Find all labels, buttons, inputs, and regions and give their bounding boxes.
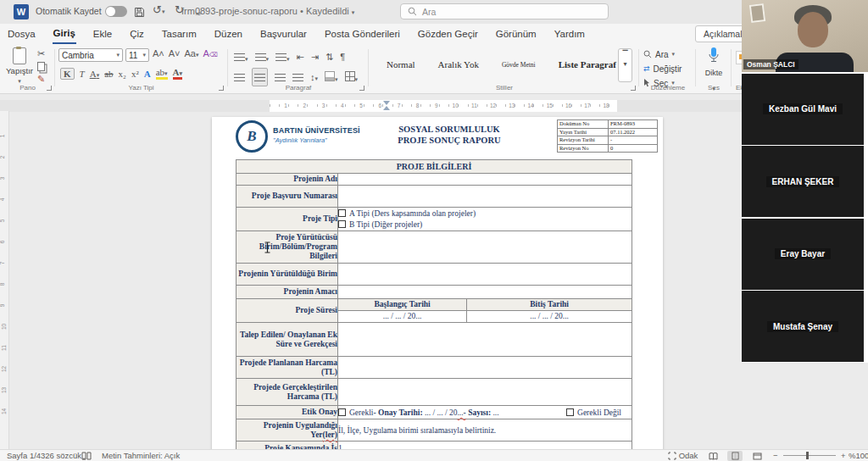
highlight-icon[interactable]: ab▾ — [156, 67, 168, 80]
document-title[interactable]: frm0893-proje-sonuc-raporu • Kaydedildi … — [181, 6, 354, 16]
vertical-ruler[interactable]: 1234567891011121314 — [0, 111, 9, 449]
word-count[interactable]: 326 sözcük — [41, 451, 81, 461]
multilevel-list-icon[interactable]: ▾ — [275, 49, 290, 64]
increase-indent-icon[interactable]: ⇥ — [311, 52, 319, 63]
decrease-indent-icon[interactable]: ⇤ — [297, 52, 304, 63]
align-left-icon[interactable] — [234, 69, 245, 85]
line-spacing-icon[interactable]: ↕▾ — [310, 72, 318, 82]
zoom-slider-knob[interactable] — [806, 452, 809, 459]
participant-video-tile[interactable]: Osman ŞALCI — [742, 0, 868, 72]
superscript-icon[interactable]: x² — [131, 69, 139, 79]
borders-icon[interactable]: ▾ — [345, 69, 359, 85]
zoom-out-button[interactable]: − — [773, 451, 778, 461]
styles-more-button[interactable]: ▔▾ — [618, 48, 632, 82]
style-gövde-metni[interactable]: Gövde Metni — [502, 61, 536, 69]
tab-çiz[interactable]: Çiz — [129, 25, 145, 43]
document-page[interactable]: B BARTIN ÜNİVERSİTESİ "Aydınlık Yarınlar… — [212, 117, 663, 449]
style-normal[interactable]: Normal — [387, 59, 415, 69]
checkbox-ethics-required[interactable] — [338, 408, 346, 416]
field-planned-expense[interactable] — [338, 357, 632, 379]
checkbox-type-a[interactable] — [338, 209, 346, 217]
zoom-slider-track[interactable] — [783, 455, 836, 456]
print-layout-button[interactable] — [727, 451, 743, 461]
justify-icon[interactable] — [292, 69, 303, 85]
align-right-icon[interactable] — [275, 69, 286, 85]
comments-button[interactable]: Açıklamalar — [695, 25, 744, 42]
tab-yardım[interactable]: Yardım — [554, 25, 586, 43]
find-button[interactable]: Ara▾ — [643, 47, 675, 61]
web-layout-button[interactable] — [749, 451, 765, 461]
zoom-level[interactable]: %100 — [849, 451, 868, 461]
bullets-icon[interactable]: ▾ — [234, 49, 248, 64]
end-date-value[interactable]: ... / ... / 20... — [467, 311, 632, 322]
field-ethics[interactable]: Gerekli- Onay Tarihi: ... / ... / 20...-… — [338, 406, 632, 419]
checkbox-ethics-not-required[interactable] — [566, 408, 574, 416]
tab-başvurular[interactable]: Başvurular — [259, 25, 308, 43]
style-liste-paragraf[interactable]: Liste Paragraf — [559, 59, 616, 69]
tab-ekle[interactable]: Ekle — [92, 25, 113, 43]
read-mode-button[interactable] — [705, 451, 721, 461]
field-executor-unit[interactable] — [338, 231, 632, 264]
strikethrough-icon[interactable]: ab — [104, 69, 113, 79]
font-name-combobox[interactable]: Cambria▾ — [58, 48, 123, 62]
field-scope[interactable]: 1. ... — [338, 442, 632, 450]
sort-icon[interactable]: ⇅ — [326, 52, 333, 63]
paragraph-dialog-launcher[interactable] — [359, 86, 364, 91]
tab-posta gönderileri[interactable]: Posta Gönderileri — [324, 25, 401, 43]
participant-tile[interactable]: Kezban Gül Mavi — [742, 74, 864, 145]
horizontal-ruler[interactable]: 123456789101112131415161718 — [0, 100, 868, 112]
proofing-icon[interactable] — [81, 451, 92, 461]
font-dialog-launcher[interactable] — [219, 86, 224, 91]
bold-icon[interactable]: K — [60, 68, 75, 80]
participant-tile[interactable]: Eray Bayar — [742, 219, 864, 290]
undo-button[interactable]: ↺▾ — [153, 3, 164, 16]
tab-düzen[interactable]: Düzen — [214, 25, 243, 43]
grow-font-icon[interactable]: A˄ — [153, 48, 164, 58]
shrink-font-icon[interactable]: A˅ — [169, 48, 181, 58]
cut-icon[interactable]: ✂ — [37, 48, 45, 59]
clear-formatting-icon[interactable]: A⌫ — [203, 48, 218, 58]
show-marks-icon[interactable]: ¶ — [340, 52, 345, 62]
field-project-name[interactable] — [338, 174, 632, 186]
font-size-combobox[interactable]: 11▾ — [125, 48, 149, 62]
numbering-icon[interactable]: ▾ — [255, 49, 270, 64]
text-predictions[interactable]: Metin Tahminleri: Açık — [102, 451, 180, 461]
checkbox-type-b[interactable] — [338, 220, 346, 228]
tab-dosya[interactable]: Dosya — [7, 25, 36, 43]
change-case-icon[interactable]: Aa▾ — [185, 48, 199, 58]
zoom-in-button[interactable]: + — [841, 451, 846, 461]
participant-name: Kezban Gül Mavi — [763, 103, 843, 114]
italic-icon[interactable]: T — [80, 69, 85, 79]
tab-görünüm[interactable]: Görünüm — [495, 25, 537, 43]
autosave-toggle[interactable] — [105, 6, 127, 17]
tab-tasarım[interactable]: Tasarım — [161, 25, 198, 43]
font-color-icon[interactable]: A▾ — [173, 67, 182, 80]
search-box[interactable]: Ara — [400, 3, 609, 19]
participant-tile[interactable]: ERHAN ŞEKER — [742, 146, 864, 217]
page-indicator[interactable]: Sayfa 1/4 — [7, 451, 41, 461]
save-button[interactable] — [134, 5, 145, 18]
replace-button[interactable]: ⇄ Değiştir — [643, 62, 682, 75]
field-realized-expense[interactable] — [338, 379, 632, 406]
text-effects-icon[interactable]: A — [144, 69, 151, 79]
focus-button[interactable]: Odak — [668, 451, 698, 461]
underline-icon[interactable]: A▾ — [90, 69, 99, 79]
field-purpose[interactable] — [338, 286, 632, 299]
indent-marker[interactable] — [383, 100, 391, 112]
shading-icon[interactable]: ▾ — [325, 69, 338, 85]
clipboard-dialog-launcher[interactable] — [47, 86, 52, 91]
start-date-value[interactable]: ... / ... / 20... — [338, 311, 467, 322]
field-application-no[interactable] — [338, 186, 632, 208]
field-project-type[interactable]: A Tipi (Ders kapsamında olan projeler) B… — [338, 208, 632, 231]
style-aralık-yok[interactable]: Aralık Yok — [438, 59, 479, 69]
field-extra-time[interactable] — [338, 323, 632, 357]
tab-gözden geçir[interactable]: Gözden Geçir — [417, 25, 479, 43]
field-places[interactable]: İl, İlçe, Uygulama birimi sıralamasıyla … — [338, 419, 632, 442]
copy-icon[interactable] — [37, 62, 45, 71]
field-duration[interactable]: Başlangıç Tarihi Bitiş Tarihi ... / ... … — [338, 299, 632, 323]
participant-tile[interactable]: Mustafa Şenay — [742, 291, 864, 362]
field-conducting-unit[interactable] — [338, 264, 632, 286]
tab-giriş[interactable]: Giriş — [53, 25, 76, 44]
styles-dialog-launcher[interactable] — [631, 86, 636, 91]
subscript-icon[interactable]: x₂ — [119, 69, 126, 79]
